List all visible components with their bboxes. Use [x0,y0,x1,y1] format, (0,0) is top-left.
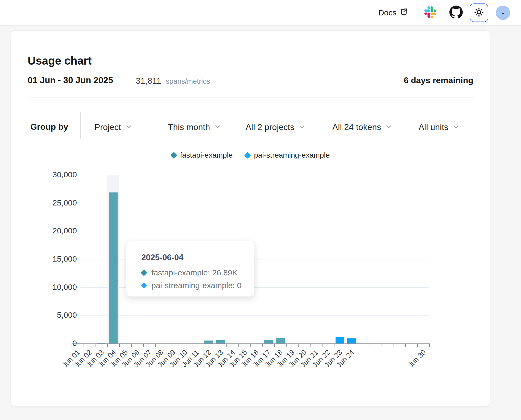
gridline [80,315,429,316]
legend-label: pai-streaming-example [254,151,330,159]
x-axis-tick [310,344,311,347]
diamond-marker-icon [141,270,147,276]
diamond-marker-icon [170,152,177,159]
x-axis-tick [167,344,167,347]
slack-icon [424,6,436,19]
github-link[interactable] [449,6,463,20]
y-axis-label: 15,000 [11,254,77,263]
x-axis-tick [262,344,263,347]
diamond-marker-icon [244,152,251,159]
tooltip-row-text: fastapi-example: 26.89K [151,268,238,277]
legend-item-fastapi-example[interactable]: fastapi-example [171,151,233,159]
y-axis-label: 20,000 [11,226,77,235]
x-axis-tick [417,344,418,347]
x-axis-tick [346,344,346,347]
x-axis-tick [226,344,227,347]
bar-fastapi-example-jun-17[interactable] [264,340,273,343]
tooltip-row-text: pai-streaming-example: 0 [151,281,241,290]
x-axis-tick [84,344,84,347]
docs-link[interactable]: Docs [378,8,408,18]
chart-tooltip: 2025-06-04fastapi-example: 26.89Kpai-str… [126,241,254,297]
external-link-icon [400,8,408,18]
bar-pai-streaming-example-jun-24[interactable] [347,338,356,343]
x-axis-tick [358,344,358,347]
slack-link[interactable] [424,6,436,19]
x-axis-tick [238,344,239,347]
x-axis-tick [107,344,108,347]
bar-pai-streaming-example-jun-23[interactable] [336,337,344,343]
y-axis-label: 5,000 [11,310,77,320]
gridline [80,175,429,175]
bar-fastapi-example-jun-04[interactable] [109,192,118,343]
diamond-marker-icon [141,282,147,289]
x-axis-tick [191,344,191,347]
chart-legend: fastapi-examplepai-streaming-example [72,151,429,159]
bar-fastapi-example-jun-18[interactable] [276,338,285,343]
x-axis-tick [119,344,120,347]
x-axis-tick [405,344,406,347]
x-axis-tick [155,344,156,347]
avatar[interactable]: - [496,6,510,20]
sun-icon [474,7,484,18]
tooltip-date: 2025-06-04 [141,253,243,262]
tooltip-row: pai-streaming-example: 0 [141,281,243,290]
x-axis-tick [96,344,96,347]
x-axis-tick [298,344,299,347]
x-axis-tick [370,344,370,347]
bar-fastapi-example-jun-12[interactable] [204,341,213,343]
x-axis-tick [203,344,203,347]
x-axis-tick [72,344,72,347]
usage-card: Usage chart 01 Jun - 30 Jun 2025 31,811 … [11,30,490,407]
legend-item-pai-streaming-example[interactable]: pai-streaming-example [245,151,330,159]
x-axis-tick [143,344,144,347]
x-axis-tick [382,344,382,347]
tooltip-row: fastapi-example: 26.89K [141,268,243,277]
x-axis-label: Jun 30 [397,348,428,379]
x-axis-tick [250,344,251,347]
x-axis-tick [394,344,394,347]
x-axis-tick [215,344,215,347]
x-axis-tick [334,344,334,347]
gridline [80,203,429,203]
usage-bar-chart: fastapi-examplepai-streaming-example05,0… [11,31,490,406]
bar-fastapi-example-jun-13[interactable] [216,340,225,343]
topbar: Docs [0,0,521,26]
y-axis-label: 25,000 [11,198,77,207]
y-axis-label: 0 [11,339,77,348]
x-axis-tick [274,344,275,347]
x-axis-tick [286,344,287,347]
github-icon [449,6,463,20]
x-axis-tick [322,344,322,347]
y-axis-label: 10,000 [11,283,77,292]
gridline [80,231,429,231]
y-axis-label: 30,000 [11,170,77,179]
x-axis-tick [131,344,132,347]
docs-label: Docs [378,8,396,17]
x-axis-tick [179,344,179,347]
x-axis-tick [429,344,430,347]
theme-toggle-button[interactable] [470,3,488,22]
legend-label: fastapi-example [180,151,233,159]
